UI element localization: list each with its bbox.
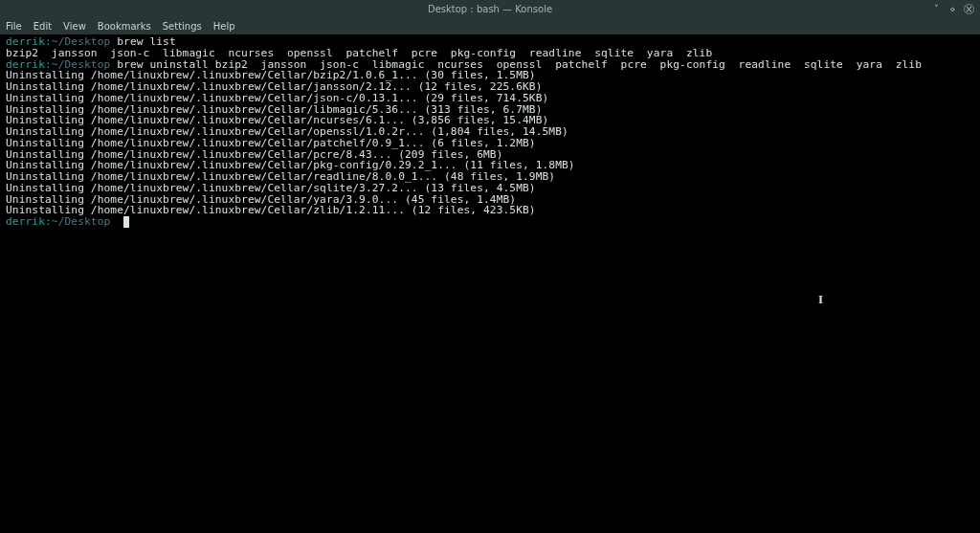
terminal-cursor bbox=[123, 216, 129, 228]
prompt-sep: : bbox=[45, 215, 52, 228]
terminal-output-line: Uninstalling /home/linuxbrew/.linuxbrew/… bbox=[6, 126, 974, 138]
prompt-user: derrik bbox=[6, 215, 45, 228]
terminal-output-line: Uninstalling /home/linuxbrew/.linuxbrew/… bbox=[6, 93, 974, 104]
prompt-path: ~/Desktop bbox=[52, 215, 111, 228]
title-bar: Desktop : bash — Konsole ˅ ⋄ × bbox=[0, 0, 980, 17]
terminal-output-line: Uninstalling /home/linuxbrew/.linuxbrew/… bbox=[6, 81, 974, 93]
terminal-output-line: Uninstalling /home/linuxbrew/.linuxbrew/… bbox=[6, 205, 974, 216]
menu-help[interactable]: Help bbox=[213, 21, 235, 32]
terminal-output-line: Uninstalling /home/linuxbrew/.linuxbrew/… bbox=[6, 138, 974, 149]
window-controls: ˅ ⋄ × bbox=[931, 4, 974, 14]
terminal-area[interactable]: derrik:~/Desktop brew listbzip2 jansson … bbox=[0, 34, 980, 533]
menu-settings[interactable]: Settings bbox=[163, 21, 202, 32]
terminal-prompt-line: derrik:~/Desktop bbox=[6, 216, 974, 228]
command-text bbox=[110, 215, 117, 228]
window-title: Desktop : bash — Konsole bbox=[428, 4, 552, 14]
terminal-output-line: Uninstalling /home/linuxbrew/.linuxbrew/… bbox=[6, 171, 974, 183]
terminal-output-line: Uninstalling /home/linuxbrew/.linuxbrew/… bbox=[6, 183, 974, 194]
menu-bar: File Edit View Bookmarks Settings Help bbox=[0, 17, 980, 34]
menu-file[interactable]: File bbox=[6, 21, 22, 32]
menu-view[interactable]: View bbox=[63, 21, 86, 32]
close-icon[interactable]: × bbox=[964, 4, 974, 14]
terminal-prompt-line: derrik:~/Desktop brew list bbox=[6, 36, 974, 48]
menu-bookmarks[interactable]: Bookmarks bbox=[98, 21, 151, 32]
minimize-icon[interactable]: ˅ bbox=[931, 4, 942, 14]
maximize-icon[interactable]: ⋄ bbox=[947, 4, 958, 14]
menu-edit[interactable]: Edit bbox=[33, 21, 52, 32]
